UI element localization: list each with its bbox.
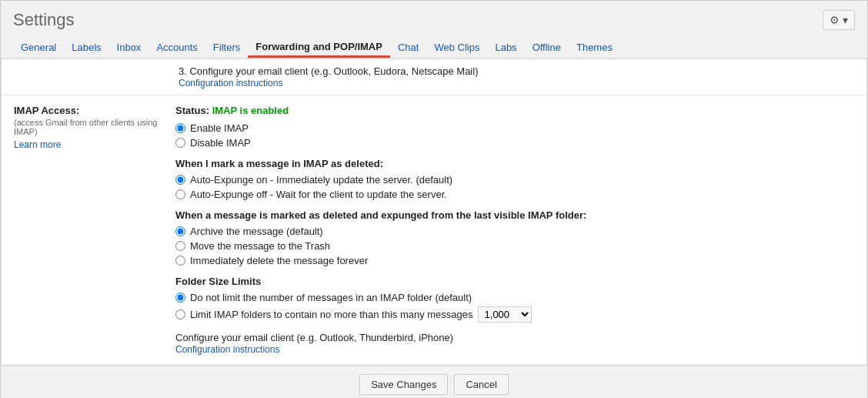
settings-window: Settings ⚙ ▾ General Labels Inbox Accoun…: [0, 0, 868, 398]
configure-bottom-section: Configure your email client (e.g. Outloo…: [175, 332, 854, 355]
deleted-radio-group: Auto-Expunge on - Immediately update the…: [175, 174, 854, 200]
delete-forever-radio[interactable]: [175, 256, 185, 266]
folder-size-title: Folder Size Limits: [175, 276, 854, 287]
nav-webclips[interactable]: Web Clips: [426, 37, 487, 58]
imap-section: IMAP Access: (access Gmail from other cl…: [2, 95, 866, 365]
imap-label-title: IMAP Access:: [14, 105, 160, 116]
auto-expunge-on-label: Auto-Expunge on - Immediately update the…: [190, 174, 452, 186]
move-trash-label: Move the message to the Trash: [190, 240, 330, 252]
no-limit-radio[interactable]: [175, 293, 185, 303]
chevron-down-icon: ▾: [843, 14, 848, 26]
nav-themes[interactable]: Themes: [569, 37, 620, 58]
nav-bar: General Labels Inbox Accounts Filters Fo…: [1, 30, 867, 59]
bottom-config-instructions-link[interactable]: Configuration instructions: [175, 344, 279, 355]
limit-label: Limit IMAP folders to contain no more th…: [190, 309, 473, 320]
disable-imap-radio[interactable]: [175, 138, 185, 148]
nav-chat[interactable]: Chat: [390, 37, 426, 58]
imap-enable-disable-group: Enable IMAP Disable IMAP: [175, 122, 854, 149]
nav-labels[interactable]: Labels: [64, 37, 108, 58]
auto-expunge-off-label: Auto-Expunge off - Wait for the client t…: [190, 189, 447, 200]
imap-label-column: IMAP Access: (access Gmail from other cl…: [14, 105, 175, 355]
nav-general[interactable]: General: [13, 37, 64, 58]
auto-expunge-off-radio[interactable]: [175, 189, 185, 199]
nav-labs[interactable]: Labs: [487, 37, 524, 58]
folder-size-section: Folder Size Limits Do not limit the numb…: [175, 276, 854, 323]
title-bar: Settings ⚙ ▾: [1, 1, 867, 30]
archive-radio[interactable]: [175, 226, 185, 236]
archive-label: Archive the message (default): [190, 226, 323, 237]
configure-bottom-title: Configure your email client (e.g. Outloo…: [175, 332, 854, 343]
page-title: Settings: [13, 10, 75, 30]
folder-size-radio-group: Do not limit the number of messages in a…: [175, 292, 854, 323]
main-content: 3. Configure your email client (e.g. Out…: [1, 59, 867, 366]
auto-expunge-on-radio[interactable]: [175, 175, 185, 185]
gear-button[interactable]: ⚙ ▾: [823, 10, 855, 30]
cancel-button[interactable]: Cancel: [454, 374, 508, 395]
expunged-title: When a message is marked as deleted and …: [175, 209, 854, 221]
nav-filters[interactable]: Filters: [205, 37, 248, 58]
enable-imap-radio[interactable]: [175, 123, 185, 133]
deleted-section: When I mark a message in IMAP as deleted…: [175, 158, 854, 200]
limit-value-select[interactable]: 1,000 2,000 5,000 10,000: [478, 306, 532, 323]
status-prefix: Status:: [175, 105, 212, 116]
learn-more-link[interactable]: Learn more: [14, 139, 160, 150]
delete-forever-option[interactable]: Immediately delete the message forever: [175, 255, 854, 266]
disable-imap-label: Disable IMAP: [190, 137, 251, 149]
status-line: Status: IMAP is enabled: [175, 105, 854, 116]
enable-imap-option[interactable]: Enable IMAP: [175, 122, 854, 134]
gear-icon: ⚙: [830, 14, 840, 26]
enable-imap-label: Enable IMAP: [190, 122, 249, 134]
configure-step-title: 3. Configure your email client (e.g. Out…: [179, 65, 478, 77]
no-limit-option[interactable]: Do not limit the number of messages in a…: [175, 292, 854, 303]
nav-accounts[interactable]: Accounts: [149, 37, 205, 58]
move-trash-option[interactable]: Move the message to the Trash: [175, 240, 854, 252]
deleted-title: When I mark a message in IMAP as deleted…: [175, 158, 854, 169]
nav-offline[interactable]: Offline: [525, 37, 569, 58]
archive-option[interactable]: Archive the message (default): [175, 226, 854, 237]
nav-forwarding[interactable]: Forwarding and POP/IMAP: [248, 36, 390, 58]
auto-expunge-off-option[interactable]: Auto-Expunge off - Wait for the client t…: [175, 189, 854, 200]
imap-content: Status: IMAP is enabled Enable IMAP Disa…: [175, 105, 854, 355]
auto-expunge-on-option[interactable]: Auto-Expunge on - Immediately update the…: [175, 174, 854, 186]
imap-label-sub: (access Gmail from other clients using I…: [14, 118, 160, 136]
move-trash-radio[interactable]: [175, 241, 185, 251]
expunged-radio-group: Archive the message (default) Move the m…: [175, 226, 854, 266]
limit-option[interactable]: Limit IMAP folders to contain no more th…: [175, 306, 854, 323]
bottom-bar: Save Changes Cancel: [1, 366, 867, 398]
limit-radio[interactable]: [175, 309, 185, 319]
disable-imap-option[interactable]: Disable IMAP: [175, 137, 854, 149]
status-value: IMAP is enabled: [212, 105, 289, 116]
top-configure-section: 3. Configure your email client (e.g. Out…: [2, 59, 866, 95]
nav-inbox[interactable]: Inbox: [109, 37, 149, 58]
expunged-section: When a message is marked as deleted and …: [175, 209, 854, 266]
delete-forever-label: Immediately delete the message forever: [190, 255, 368, 266]
save-changes-button[interactable]: Save Changes: [359, 374, 448, 395]
top-config-instructions-link[interactable]: Configuration instructions: [179, 78, 282, 89]
no-limit-label: Do not limit the number of messages in a…: [190, 292, 472, 303]
configure-title-text: 3. Configure your email client (e.g. Out…: [179, 65, 478, 89]
